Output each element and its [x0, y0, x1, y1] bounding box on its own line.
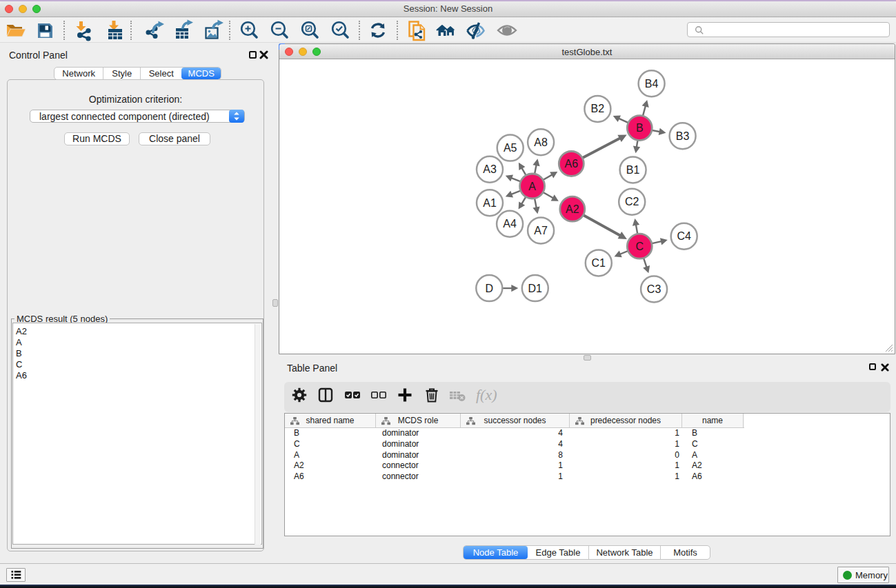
svg-text:A6: A6 [565, 158, 579, 170]
svg-text:D1: D1 [528, 283, 543, 294]
svg-text:A2: A2 [566, 203, 579, 215]
svg-text:B2: B2 [591, 103, 605, 114]
svg-text:A1: A1 [483, 197, 497, 209]
svg-text:B4: B4 [645, 78, 659, 90]
svg-text:B1: B1 [626, 164, 640, 176]
svg-text:A4: A4 [503, 218, 517, 230]
svg-text:C: C [636, 241, 644, 252]
svg-text:B3: B3 [676, 130, 690, 142]
svg-text:A5: A5 [504, 142, 517, 154]
svg-text:B: B [636, 122, 644, 134]
svg-text:A7: A7 [534, 225, 548, 236]
svg-text:A3: A3 [483, 163, 497, 175]
svg-text:D: D [486, 283, 494, 294]
svg-text:A: A [528, 181, 536, 192]
svg-text:C1: C1 [592, 257, 606, 269]
svg-text:C3: C3 [647, 283, 661, 295]
svg-text:A8: A8 [534, 136, 548, 148]
svg-text:C2: C2 [625, 196, 639, 207]
svg-text:C4: C4 [677, 230, 691, 242]
